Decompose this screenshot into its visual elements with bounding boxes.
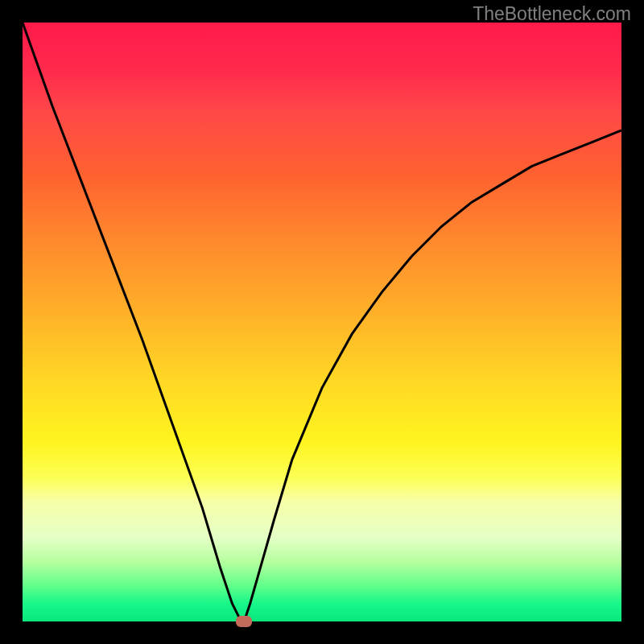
bottleneck-curve-path <box>23 23 621 621</box>
chart-frame: TheBottleneck.com <box>0 0 644 644</box>
plot-area <box>23 23 621 621</box>
curve-svg <box>23 23 621 621</box>
minimum-marker <box>236 616 252 627</box>
watermark-text: TheBottleneck.com <box>473 3 631 25</box>
